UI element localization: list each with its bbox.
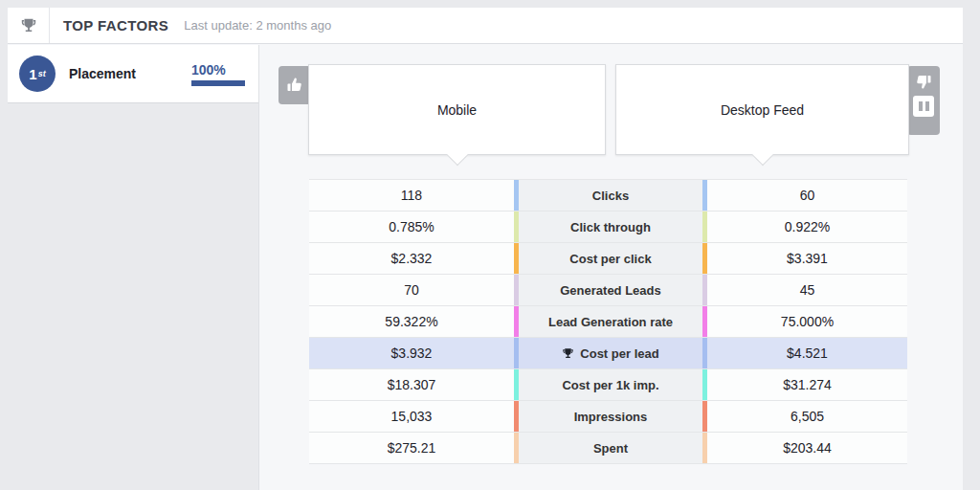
metric-row: 0.785% Click through 0.922% [309, 212, 907, 243]
metric-label: Clicks [592, 189, 629, 203]
metric-color-stripe-right [702, 180, 707, 211]
metric-color-stripe-right [702, 212, 707, 242]
metric-label-cell: Cost per click [514, 243, 707, 274]
metric-value-desktop: 60 [707, 180, 907, 211]
metric-label: Lead Generation rate [548, 315, 673, 329]
metric-label-cell: Click through [514, 212, 707, 242]
page-title: TOP FACTORS [63, 17, 168, 33]
page: TOP FACTORS Last update: 2 months ago 1s… [0, 0, 980, 490]
metric-color-stripe-left [514, 180, 519, 211]
metric-color-stripe-left [514, 306, 519, 337]
metric-color-stripe-right [702, 401, 707, 432]
metrics-table: 118 Clicks 60 0.785% Click th [309, 179, 907, 464]
metric-row: 70 Generated Leads 45 [309, 275, 907, 306]
metric-color-stripe-left [514, 338, 519, 368]
metric-label-cell: Cost per 1k imp. [514, 369, 707, 400]
top-factors-panel: TOP FACTORS Last update: 2 months ago 1s… [8, 8, 963, 490]
metric-row: $2.332 Cost per click $3.391 [309, 243, 907, 275]
metric-value-mobile: 15,033 [309, 401, 514, 432]
sidebar-item-placement[interactable]: 1st Placement 100% [8, 45, 258, 103]
card-pointer [751, 145, 773, 167]
metric-value-mobile: 0.785% [309, 212, 514, 242]
metric-value-mobile: $3.932 [309, 338, 514, 368]
metric-color-stripe-left [514, 275, 519, 305]
metric-label-cell: Cost per lead [514, 338, 707, 368]
metric-color-stripe-right [702, 306, 707, 337]
metric-value-mobile: 70 [309, 275, 514, 305]
metric-value-desktop: $3.391 [707, 243, 907, 274]
comparison-content: Mobile Desktop Feed 1 [259, 45, 963, 490]
metric-value-desktop: $4.521 [707, 338, 907, 368]
metric-value-mobile: $18.307 [309, 369, 514, 400]
metric-label: Click through [570, 220, 651, 234]
metric-label: Spent [593, 441, 628, 456]
metric-label-cell: Lead Generation rate [514, 306, 707, 337]
metric-value-desktop: $203.44 [707, 433, 907, 463]
metric-color-stripe-right [702, 243, 707, 274]
variant-card-mobile[interactable]: Mobile [308, 64, 606, 155]
thumbs-down-pause-controls [907, 66, 940, 135]
metric-value-mobile: $2.332 [309, 243, 514, 274]
metric-label: Impressions [574, 410, 648, 424]
metric-color-stripe-left [514, 243, 519, 274]
metric-color-stripe-right [702, 338, 707, 368]
metric-label-cell: Impressions [514, 401, 707, 432]
metric-label-cell: Generated Leads [514, 275, 707, 305]
score-percent: 100% [191, 62, 245, 78]
metric-value-mobile: 118 [309, 180, 514, 211]
metric-value-desktop: 45 [707, 275, 907, 305]
metric-value-desktop: 0.922% [707, 212, 907, 242]
thumbs-down-icon[interactable] [915, 73, 932, 90]
metric-row: 59.322% Lead Generation rate 75.000% [309, 306, 907, 338]
metric-color-stripe-right [702, 369, 707, 400]
variant-card-desktop-feed[interactable]: Desktop Feed [615, 64, 909, 155]
thumbs-up-icon [286, 77, 303, 94]
rank-badge: 1st [19, 56, 56, 92]
metric-row: 118 Clicks 60 [309, 180, 907, 212]
metric-color-stripe-left [514, 369, 519, 400]
pause-button[interactable] [913, 96, 934, 117]
factor-score: 100% [191, 62, 245, 86]
metric-row: $3.932 Cost per lead $4.521 [309, 338, 907, 369]
metric-color-stripe-left [514, 212, 519, 242]
variant-label: Desktop Feed [721, 102, 804, 118]
trophy-icon [8, 8, 50, 43]
metric-value-mobile: $275.21 [309, 433, 514, 463]
factors-sidebar: 1st Placement 100% [8, 45, 259, 490]
metric-row: 15,033 Impressions 6,505 [309, 401, 907, 433]
metric-color-stripe-left [514, 433, 519, 463]
metric-row: $18.307 Cost per 1k imp. $31.274 [309, 369, 907, 401]
metric-value-desktop: 75.000% [707, 306, 907, 337]
panel-header: TOP FACTORS Last update: 2 months ago [8, 8, 963, 44]
metric-label: Generated Leads [560, 283, 661, 298]
winner-trophy-icon [562, 347, 574, 360]
metric-label: Cost per lead [580, 346, 658, 361]
card-pointer [446, 145, 468, 167]
factor-label: Placement [69, 66, 191, 81]
thumbs-up-button[interactable] [278, 66, 311, 104]
metric-label: Cost per 1k imp. [562, 378, 658, 392]
last-update-text: Last update: 2 months ago [184, 18, 331, 33]
metric-label: Cost per click [569, 252, 651, 266]
score-bar [191, 80, 245, 86]
metric-label-cell: Spent [514, 433, 707, 463]
metric-row: $275.21 Spent $203.44 [309, 433, 907, 464]
metric-label-cell: Clicks [514, 180, 707, 211]
metric-color-stripe-left [514, 401, 519, 432]
variant-label: Mobile [437, 102, 477, 118]
metric-value-desktop: 6,505 [707, 401, 907, 432]
metric-color-stripe-right [702, 275, 707, 305]
metric-value-mobile: 59.322% [309, 306, 514, 337]
metric-color-stripe-right [702, 433, 707, 463]
metric-value-desktop: $31.274 [707, 369, 907, 400]
